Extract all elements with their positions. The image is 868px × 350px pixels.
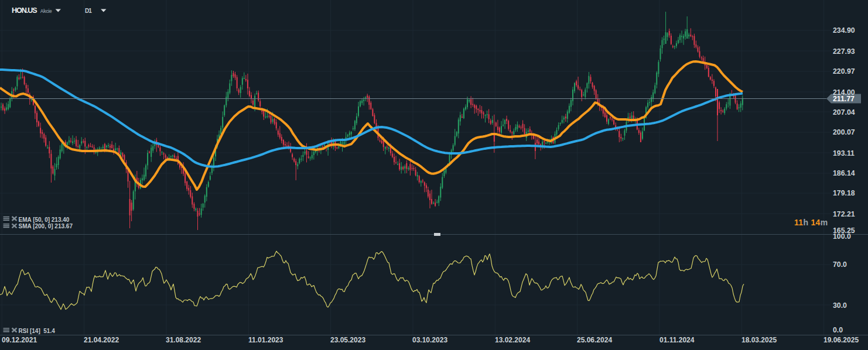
- svg-text:31.08.2022: 31.08.2022: [166, 336, 201, 344]
- svg-text:227.93: 227.93: [833, 47, 855, 56]
- svg-text:SMA [200, 0] 213.67: SMA [200, 0] 213.67: [19, 223, 73, 229]
- svg-text:193.11: 193.11: [833, 149, 855, 157]
- svg-text:30.0: 30.0: [833, 301, 847, 310]
- svg-text:19.06.2025: 19.06.2025: [823, 336, 859, 344]
- svg-text:220.97: 220.97: [833, 67, 855, 76]
- svg-text:11.01.2023: 11.01.2023: [248, 336, 283, 344]
- svg-text:0.0: 0.0: [833, 326, 843, 334]
- svg-text:70.0: 70.0: [833, 260, 847, 269]
- svg-text:23.05.2023: 23.05.2023: [330, 336, 365, 344]
- svg-text:172.21: 172.21: [833, 210, 855, 218]
- svg-text:13.02.2024: 13.02.2024: [495, 336, 530, 344]
- svg-text:179.18: 179.18: [833, 189, 855, 197]
- svg-text:200.07: 200.07: [833, 128, 855, 136]
- svg-text:Akcie: Akcie: [40, 8, 53, 14]
- svg-text:214.00: 214.00: [833, 88, 855, 97]
- svg-text:HON.US: HON.US: [12, 6, 37, 15]
- svg-text:11h 14m: 11h 14m: [794, 218, 828, 227]
- svg-text:18.03.2025: 18.03.2025: [741, 336, 777, 344]
- svg-text:234.90: 234.90: [833, 26, 855, 35]
- svg-text:03.10.2023: 03.10.2023: [412, 336, 447, 344]
- svg-text:25.06.2024: 25.06.2024: [577, 336, 612, 344]
- svg-text:01.11.2024: 01.11.2024: [659, 336, 695, 344]
- svg-text:186.14: 186.14: [833, 169, 855, 177]
- svg-text:09.12.2021: 09.12.2021: [2, 336, 37, 344]
- svg-text:RSI [14] 51.4: RSI [14] 51.4: [19, 328, 56, 334]
- svg-text:21.04.2022: 21.04.2022: [84, 336, 119, 344]
- svg-text:EMA [50, 0] 213.40: EMA [50, 0] 213.40: [19, 217, 70, 223]
- svg-text:D1: D1: [85, 8, 92, 14]
- svg-text:207.04: 207.04: [833, 108, 855, 116]
- svg-text:100.0: 100.0: [833, 232, 851, 241]
